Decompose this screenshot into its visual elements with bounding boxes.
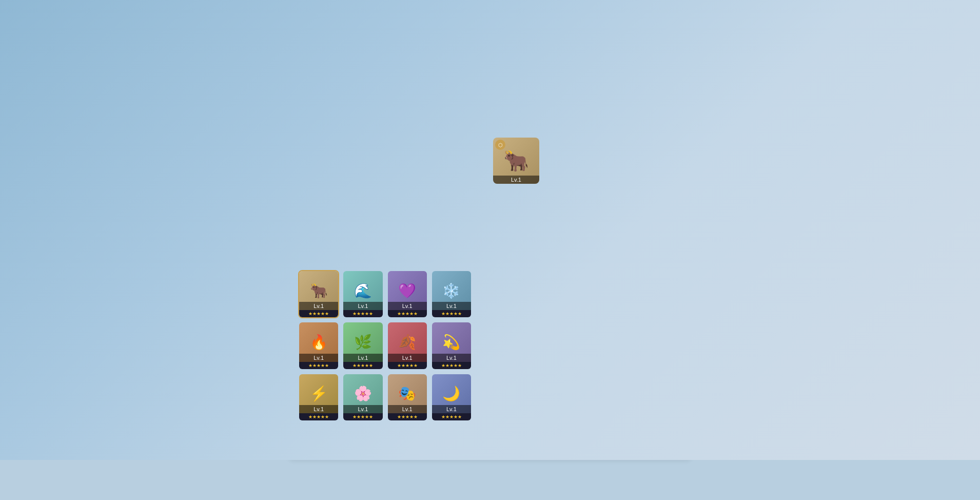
char-card-7[interactable]: 🍂 Lv.1 ★★★★★ (387, 321, 428, 370)
char-card-10[interactable]: 🌸 Lv.1 ★★★★★ (342, 373, 383, 421)
char-portrait-10: 🌸 Lv.1 (343, 374, 382, 413)
char-card-9[interactable]: ⚡ Lv.1 ★★★★★ (298, 373, 339, 421)
stars-row-7: ★★★★★ (388, 362, 427, 369)
stars-row-11: ★★★★★ (388, 413, 427, 420)
stars-row-5: ★★★★★ (299, 362, 338, 369)
char-card-1[interactable]: 🐂 Lv.1 ★★★★★ (298, 270, 339, 318)
char-portrait-3: 💜 Lv.1 (388, 271, 427, 310)
char-avatar-badge: ⬡ (495, 140, 505, 150)
char-card-11[interactable]: 🎭 Lv.1 ★★★★★ (387, 373, 428, 421)
stars-row-2: ★★★★★ (343, 310, 382, 317)
char-portrait-5: 🔥 Lv.1 (299, 322, 338, 361)
stars-row-8: ★★★★★ (432, 362, 471, 369)
char-card-12[interactable]: 🌙 Lv.1 ★★★★★ (431, 373, 472, 421)
char-portrait-7: 🍂 Lv.1 (388, 322, 427, 361)
stars-row-10: ★★★★★ (343, 413, 382, 420)
char-level-7: Lv.1 (388, 354, 427, 362)
char-portrait-2: 🌊 Lv.1 (343, 271, 382, 310)
char-level-2: Lv.1 (343, 302, 382, 310)
char-portrait-9: ⚡ Lv.1 (299, 374, 338, 413)
char-portrait-12: 🌙 Lv.1 (432, 374, 471, 413)
char-level-6: Lv.1 (343, 354, 382, 362)
char-level-1: Lv.1 (299, 302, 338, 310)
char-level-12: Lv.1 (432, 405, 471, 413)
stars-row-3: ★★★★★ (388, 310, 427, 317)
char-card-3[interactable]: 💜 Lv.1 ★★★★★ (387, 270, 428, 318)
stars-row-9: ★★★★★ (299, 413, 338, 420)
char-level-9: Lv.1 (299, 405, 338, 413)
char-portrait-11: 🎭 Lv.1 (388, 374, 427, 413)
char-avatar: 🐂 ⬡ Lv.1 (493, 138, 539, 184)
char-card-2[interactable]: 🌊 Lv.1 ★★★★★ (342, 270, 383, 318)
char-level-11: Lv.1 (388, 405, 427, 413)
char-card-4[interactable]: ❄️ Lv.1 ★★★★★ (431, 270, 472, 318)
stars-row-12: ★★★★★ (432, 413, 471, 420)
char-avatar-emoji: 🐂 (503, 149, 529, 173)
char-portrait-8: 💫 Lv.1 (432, 322, 471, 361)
char-card-5[interactable]: 🔥 Lv.1 ★★★★★ (298, 321, 339, 370)
stars-row-6: ★★★★★ (343, 362, 382, 369)
char-level-8: Lv.1 (432, 354, 471, 362)
char-avatar-level: Lv.1 (493, 176, 539, 184)
stars-row-4: ★★★★★ (432, 310, 471, 317)
char-card-8[interactable]: 💫 Lv.1 ★★★★★ (431, 321, 472, 370)
char-card-6[interactable]: 🌿 Lv.1 ★★★★★ (342, 321, 383, 370)
char-level-10: Lv.1 (343, 405, 382, 413)
char-level-3: Lv.1 (388, 302, 427, 310)
char-level-5: Lv.1 (299, 354, 338, 362)
stars-row-1: ★★★★★ (299, 310, 338, 317)
char-portrait-1: 🐂 Lv.1 (299, 271, 338, 310)
char-portrait-4: ❄️ Lv.1 (432, 271, 471, 310)
char-portrait-6: 🌿 Lv.1 (343, 322, 382, 361)
char-level-4: Lv.1 (432, 302, 471, 310)
